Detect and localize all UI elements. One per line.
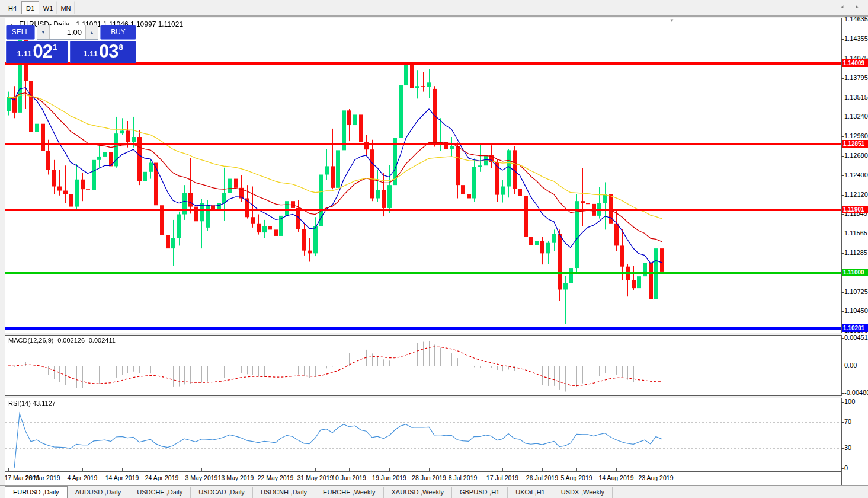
price-axis-label: 1.12960 <box>844 132 868 139</box>
macd-canvas[interactable] <box>5 336 841 395</box>
timeframe-button-d1[interactable]: D1 <box>21 1 39 14</box>
price-axis-label: 1.10725 <box>844 288 868 295</box>
volume-increase-icon[interactable]: ▲ <box>85 25 98 39</box>
price-axis-badge: 1.10201 <box>842 324 868 332</box>
chart-tab-gbpusd-h1[interactable]: GBPUSD-,H1 <box>452 487 508 498</box>
chart-tab-usdchf-daily[interactable]: USDCHF-,Daily <box>129 487 191 498</box>
volume-input[interactable]: 1.00 <box>50 25 85 39</box>
chart-tab-eurchf-weekly[interactable]: EURCHF-,Weekly <box>315 487 383 498</box>
chart-tab-usdx-weekly[interactable]: USDX-,Weekly <box>553 487 613 498</box>
price-axis-badge: 1.11901 <box>842 206 868 213</box>
timeframe-toolbar: H4D1W1MN <box>0 0 868 17</box>
one-click-trade-panel: SELL ▼ 1.00 ▲ BUY 1.11 02 1 1.11 03 8 <box>6 25 136 63</box>
price-axis-label: 1.12400 <box>844 171 868 178</box>
buy-price-box[interactable]: 1.11 03 8 <box>70 41 136 63</box>
price-axis-badge: 1.14009 <box>842 59 868 67</box>
price-axis-label: 1.13515 <box>844 94 868 101</box>
price-chart-canvas[interactable] <box>5 18 841 333</box>
buy-button[interactable]: BUY <box>100 25 136 40</box>
price-chart-panel <box>5 18 842 333</box>
price-axis-label: 1.13795 <box>844 74 868 81</box>
volume-decrease-icon[interactable]: ▼ <box>37 25 50 39</box>
price-axis-label: 1.10450 <box>844 307 868 314</box>
chart-tab-bar: EURUSD-,DailyAUDUSD-,DailyUSDCHF-,DailyU… <box>0 485 868 498</box>
sell-button[interactable]: SELL <box>6 25 35 40</box>
price-axis-badge: 1.11000 <box>842 269 868 276</box>
macd-indicator-label: MACD(12,26,9) -0.002126 -0.002411 <box>8 337 116 344</box>
rsi-indicator-label: RSI(14) 43.1127 <box>8 400 56 407</box>
chart-tab-usdcnh-daily[interactable]: USDCNH-,Daily <box>253 487 315 498</box>
chart-shift-marker-icon[interactable]: ▼ <box>670 18 674 23</box>
macd-panel <box>5 335 842 396</box>
macd-axis-label: 0.00 <box>844 362 857 369</box>
chart-tab-audusd-daily[interactable]: AUDUSD-,Daily <box>68 487 130 498</box>
sell-price-small: 1.11 <box>17 49 32 58</box>
timeframe-button-h4[interactable]: H4 <box>4 1 21 14</box>
price-axis-label: 1.12680 <box>844 152 868 159</box>
rsi-axis-label: 0 <box>844 464 848 471</box>
chart-tab-usdcad-daily[interactable]: USDCAD-,Daily <box>191 487 253 498</box>
time-axis-label: 23 Aug 2019 <box>632 474 680 481</box>
timeframe-button-w1[interactable]: W1 <box>39 1 57 14</box>
toolbar-divider <box>81 2 81 14</box>
buy-price-small: 1.11 <box>83 49 98 58</box>
price-axis-badge: 1.12851 <box>842 140 868 148</box>
volume-stepper: ▼ 1.00 ▲ <box>37 25 98 40</box>
macd-axis-label: -0.004806 <box>844 389 868 396</box>
buy-price-big: 03 <box>99 42 118 62</box>
sell-price-sup: 1 <box>53 43 57 52</box>
chart-tab-ukoil-h1[interactable]: UKOil-,H1 <box>508 487 553 498</box>
tab-scroll-left-icon[interactable]: ◄ <box>840 4 844 9</box>
tab-scroll-controls: ◄ ► <box>830 4 860 9</box>
price-axis-label: 1.12120 <box>844 191 868 198</box>
timeframe-button-group: H4D1W1MN <box>4 1 75 14</box>
rsi-axis-label: 70 <box>844 418 851 425</box>
rsi-axis-label: 30 <box>844 444 851 451</box>
chart-tab-xauusd-weekly[interactable]: XAUUSD-,Weekly <box>384 487 452 498</box>
rsi-panel <box>5 398 842 472</box>
price-axis-label: 1.11565 <box>844 229 867 237</box>
price-axis-label: 1.13240 <box>844 113 868 120</box>
chart-tab-eurusd-daily[interactable]: EURUSD-,Daily <box>5 486 68 498</box>
price-axis-label: 1.14355 <box>844 35 868 42</box>
trade-prices-row: 1.11 02 1 1.11 03 8 <box>6 41 136 63</box>
time-axis[interactable]: 17 Mar 201926 Mar 20194 Apr 201914 Apr 2… <box>5 472 842 485</box>
sell-price-big: 02 <box>33 42 52 62</box>
buy-price-sup: 8 <box>118 43 123 52</box>
price-axis[interactable]: 1.146351.143551.140751.137951.135151.132… <box>842 18 868 485</box>
price-axis-label: 1.11285 <box>844 249 867 256</box>
trade-controls-row: SELL ▼ 1.00 ▲ BUY <box>6 25 136 40</box>
timeframe-button-mn[interactable]: MN <box>57 1 75 14</box>
tab-scroll-right-icon[interactable]: ► <box>855 4 860 9</box>
rsi-axis-label: 100 <box>844 398 855 405</box>
sell-price-box[interactable]: 1.11 02 1 <box>6 41 68 63</box>
macd-axis-label: 0.004517 <box>844 334 868 341</box>
rsi-canvas[interactable] <box>5 398 841 471</box>
